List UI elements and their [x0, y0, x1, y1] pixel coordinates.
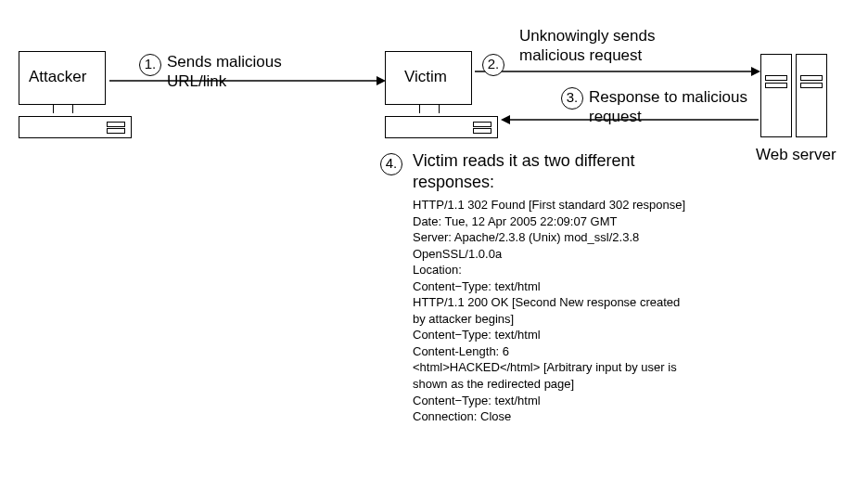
http-line: Date: Tue, 12 Apr 2005 22:09:07 GMT: [413, 213, 691, 230]
step4-http-block: HTTP/1.1 302 Found [First standard 302 r…: [413, 197, 691, 425]
step3-number: 3.: [561, 87, 583, 110]
http-line: Content-Length: 6: [413, 343, 691, 360]
http-line: Content−Type: text/html: [413, 393, 691, 409]
computer-base-icon: [385, 116, 498, 138]
attacker-node: Attacker: [19, 51, 132, 138]
victim-label: Victim: [404, 67, 447, 86]
http-line: <html>HACKED</html> [Arbitrary input by …: [413, 359, 691, 392]
http-line: Content−Type: text/html: [413, 327, 691, 343]
step1-number: 1.: [139, 54, 161, 76]
step3-text: Response to malicious request: [589, 87, 765, 127]
arrow-victim-to-server: [475, 65, 759, 78]
monitor-icon: Attacker: [19, 51, 106, 105]
webserver-label: Web server: [756, 145, 836, 164]
svg-marker-5: [501, 115, 510, 124]
attacker-label: Attacker: [29, 67, 86, 86]
step1-text: Sends malicious URL/link: [167, 52, 315, 92]
http-line: Content−Type: text/html: [413, 278, 691, 295]
step2-text: Unknowingly sends malicious request: [519, 26, 696, 66]
step4-number: 4.: [380, 153, 402, 175]
step2-number: 2.: [482, 54, 504, 76]
server-icon: [796, 54, 827, 137]
webserver-node: [760, 54, 827, 137]
computer-base-icon: [19, 116, 132, 138]
server-icon: [760, 54, 792, 137]
http-line: Location:: [413, 262, 691, 278]
monitor-icon: Victim: [385, 51, 472, 105]
svg-marker-3: [751, 67, 760, 76]
http-line: Server: Apache/2.3.8 (Unix) mod_ssl/2.3.…: [413, 229, 691, 262]
step4-heading: Victim reads it as two different respons…: [413, 150, 691, 194]
http-line: Connection: Close: [413, 408, 691, 425]
http-line: HTTP/1.1 302 Found [First standard 302 r…: [413, 197, 691, 213]
http-line: HTTP/1.1 200 OK [Second New response cre…: [413, 294, 691, 327]
